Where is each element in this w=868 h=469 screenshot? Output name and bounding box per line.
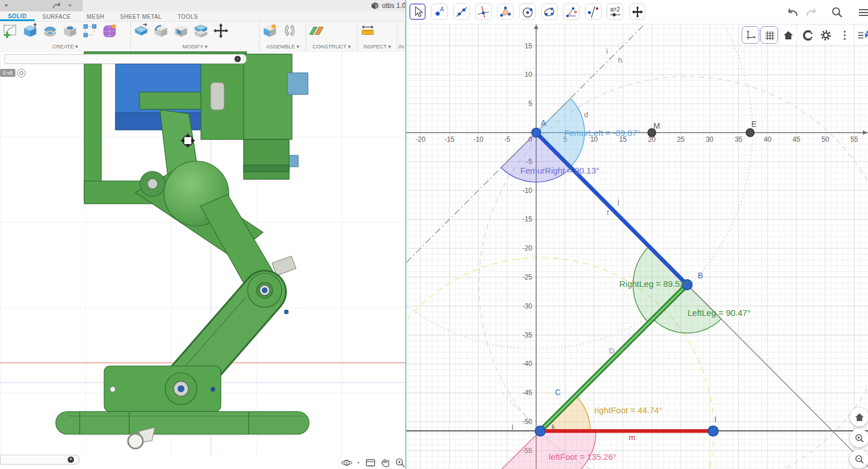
- svg-text:-20: -20: [523, 244, 533, 252]
- tab-tools[interactable]: TOOLS: [170, 11, 206, 21]
- ribbon-group-label[interactable]: CONSTRUCT ▾: [307, 43, 356, 51]
- svg-text:25: 25: [677, 135, 685, 143]
- svg-text:40: 40: [764, 135, 772, 143]
- orbit-icon[interactable]: [340, 456, 353, 469]
- zoom-icon[interactable]: [394, 456, 405, 469]
- press-pull-icon[interactable]: [133, 23, 149, 39]
- circle-tool[interactable]: [519, 3, 536, 20]
- shell-icon[interactable]: [173, 23, 189, 39]
- move-copy-icon[interactable]: [213, 23, 229, 39]
- polygon-tool[interactable]: [497, 3, 513, 20]
- joint-icon[interactable]: [282, 23, 298, 39]
- new-component-icon[interactable]: [262, 23, 278, 39]
- fusion-ribbon: CREATE ▾MODIFY ▾ASSEMBLE ▾CONSTRUCT ▾INS…: [0, 22, 405, 52]
- svg-text:-30: -30: [523, 302, 533, 310]
- redo-arrow-icon[interactable]: [52, 2, 63, 9]
- search-icon[interactable]: [830, 5, 845, 20]
- point-I[interactable]: [708, 426, 718, 436]
- axes-toggle-button[interactable]: [742, 26, 759, 44]
- point-E[interactable]: [746, 129, 754, 137]
- tab-surface[interactable]: SURFACE: [35, 11, 79, 21]
- tab-sheet-metal[interactable]: SHEET METAL: [112, 11, 170, 21]
- move-canvas-tool[interactable]: [629, 3, 645, 20]
- home-zoom-button[interactable]: [850, 408, 868, 426]
- svg-text:-45: -45: [523, 389, 533, 397]
- svg-text:35: 35: [735, 135, 743, 143]
- line-tool[interactable]: [453, 3, 470, 20]
- femur-right-label: FemurRight = 90.13°: [520, 166, 599, 175]
- ribbon-group-inspect: INSPECT ▾: [357, 22, 397, 51]
- dropdown-caret-icon[interactable]: [67, 3, 73, 9]
- construction-label-D: D: [609, 347, 614, 355]
- svg-text:a=2: a=2: [610, 6, 620, 13]
- component-activate-radio[interactable]: [17, 69, 26, 77]
- redo-icon[interactable]: [804, 5, 818, 20]
- geogebra-toolbar: Aa=2: [406, 0, 868, 24]
- svg-text:-20: -20: [416, 135, 426, 143]
- algebra-panel-button[interactable]: [854, 26, 868, 44]
- ribbon-group-label[interactable]: IN: [398, 43, 404, 51]
- create-form-icon[interactable]: [102, 23, 118, 39]
- collapse-minus-icon[interactable]: -: [235, 56, 241, 62]
- extrude-icon[interactable]: [22, 23, 38, 39]
- more-options-button[interactable]: [836, 26, 853, 44]
- undo-icon[interactable]: [785, 5, 800, 20]
- svg-text:-40: -40: [523, 360, 533, 368]
- browser-panel-collapsed[interactable]: -: [5, 54, 244, 64]
- settings-button[interactable]: [817, 26, 834, 44]
- pattern-icon[interactable]: [82, 23, 98, 39]
- home-view-button[interactable]: [779, 26, 797, 44]
- construction-plane-icon[interactable]: [308, 23, 324, 39]
- tab-solid[interactable]: SOLID: [0, 11, 35, 21]
- zoom-out-button[interactable]: [850, 450, 868, 468]
- pan-icon[interactable]: [379, 456, 392, 469]
- ribbon-group-label[interactable]: ASSEMBLE ▾: [261, 43, 305, 51]
- measure-icon[interactable]: [360, 23, 376, 39]
- svg-text:50: 50: [821, 135, 829, 143]
- menu-icon[interactable]: [856, 5, 868, 20]
- point-A[interactable]: [532, 128, 541, 137]
- expand-plus-icon[interactable]: +: [68, 456, 74, 463]
- fusion-viewport[interactable]: - 0 v9 +: [0, 51, 405, 455]
- conic-tool[interactable]: [541, 3, 558, 20]
- snap-to-grid-button[interactable]: [798, 26, 816, 44]
- timeline-collapsed[interactable]: +: [0, 455, 77, 464]
- timeline-handle[interactable]: [76, 455, 80, 464]
- tab-mesh[interactable]: MESH: [79, 11, 113, 21]
- dropdown-caret-icon[interactable]: [355, 456, 362, 469]
- zoom-in-button[interactable]: [850, 429, 868, 447]
- femur-segment[interactable]: [536, 133, 687, 285]
- dropdown-caret-icon[interactable]: [3, 3, 9, 9]
- svg-text:15: 15: [525, 42, 533, 50]
- slider-tool[interactable]: a=2: [607, 3, 623, 20]
- svg-text:55: 55: [850, 135, 858, 143]
- point-tool[interactable]: A: [431, 3, 448, 20]
- left-leg-label: LeftLeg = 90.47°: [688, 308, 751, 318]
- revolve-icon[interactable]: [42, 23, 58, 39]
- left-foot-label: leftFoot = 135.26°: [549, 452, 616, 462]
- construction-label-k: k: [552, 422, 556, 431]
- point-label-E: E: [751, 120, 756, 129]
- move-tool[interactable]: [409, 3, 426, 20]
- point-label-C: C: [555, 388, 561, 397]
- left-foot-angle[interactable]: [501, 431, 597, 469]
- combine-icon[interactable]: [193, 23, 209, 39]
- perpendicular-line-tool[interactable]: [475, 3, 492, 20]
- document-version-chip[interactable]: 0 v9: [0, 69, 15, 77]
- ribbon-group-label[interactable]: CREATE ▾: [1, 43, 129, 51]
- reflect-tool[interactable]: [585, 3, 602, 20]
- svg-text:-10: -10: [474, 135, 484, 143]
- construction-label-l: l: [512, 423, 513, 431]
- right-foot-label: rightFoot = 44.74°: [594, 405, 663, 415]
- geogebra-graphics-view[interactable]: -20-15-10-551015202530354045505515105-5-…: [406, 0, 868, 469]
- create-sketch-icon[interactable]: [2, 23, 18, 39]
- ribbon-group-label[interactable]: MODIFY ▾: [132, 43, 258, 51]
- point-C[interactable]: [535, 426, 545, 436]
- hole-icon[interactable]: [62, 23, 78, 39]
- fillet-icon[interactable]: [153, 23, 169, 39]
- angle-tool[interactable]: [563, 3, 579, 20]
- robot-model[interactable]: [0, 51, 404, 455]
- grid-toggle-button[interactable]: [760, 26, 778, 44]
- ribbon-group-label[interactable]: INSPECT ▾: [359, 43, 396, 51]
- look-at-icon[interactable]: [364, 456, 377, 469]
